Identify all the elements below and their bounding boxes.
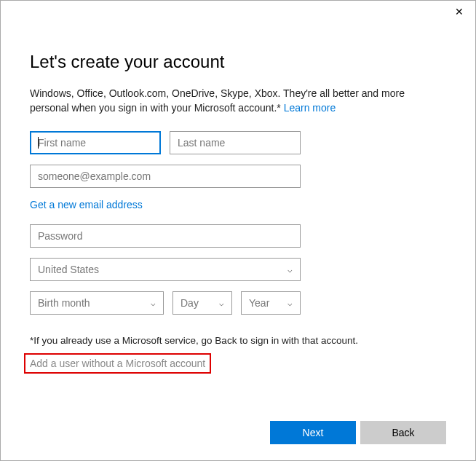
content-area: Let's create your account Windows, Offic… bbox=[1, 23, 475, 374]
last-name-input[interactable]: Last name bbox=[170, 131, 301, 154]
birth-day-select[interactable]: Day ⌵ bbox=[172, 291, 232, 315]
close-button[interactable]: ✕ bbox=[443, 1, 475, 23]
chevron-down-icon: ⌵ bbox=[219, 299, 224, 308]
day-placeholder: Day bbox=[181, 297, 199, 309]
next-button[interactable]: Next bbox=[270, 421, 356, 444]
chevron-down-icon: ⌵ bbox=[287, 265, 293, 275]
new-email-link[interactable]: Get a new email address bbox=[30, 199, 143, 210]
birth-month-select[interactable]: Birth month ⌵ bbox=[30, 291, 164, 315]
close-icon: ✕ bbox=[455, 6, 464, 17]
dob-row: Birth month ⌵ Day ⌵ Year ⌵ bbox=[30, 291, 446, 315]
alt-link-highlight: Add a user without a Microsoft account bbox=[24, 353, 211, 374]
password-input[interactable]: Password bbox=[30, 224, 301, 248]
email-row: someone@example.com bbox=[30, 165, 446, 188]
new-email-row: Get a new email address bbox=[30, 198, 446, 211]
password-row: Password bbox=[30, 224, 446, 248]
birth-month-placeholder: Birth month bbox=[38, 297, 90, 309]
description-text: Windows, Office, Outlook.com, OneDrive, … bbox=[30, 87, 405, 114]
add-user-without-account-link[interactable]: Add a user without a Microsoft account bbox=[30, 358, 205, 369]
button-bar: Next Back bbox=[270, 421, 446, 444]
year-placeholder: Year bbox=[249, 297, 269, 309]
learn-more-link[interactable]: Learn more bbox=[284, 102, 336, 114]
country-value: United States bbox=[38, 264, 99, 275]
birth-year-select[interactable]: Year ⌵ bbox=[241, 291, 301, 315]
country-select[interactable]: United States ⌵ bbox=[30, 258, 301, 281]
password-placeholder: Password bbox=[38, 230, 82, 242]
email-input[interactable]: someone@example.com bbox=[30, 165, 301, 188]
dialog-window: ✕ Let's create your account Windows, Off… bbox=[0, 0, 476, 461]
first-name-placeholder: First name bbox=[38, 137, 86, 149]
chevron-down-icon: ⌵ bbox=[287, 299, 293, 308]
first-name-input[interactable]: First name bbox=[30, 131, 161, 154]
description: Windows, Office, Outlook.com, OneDrive, … bbox=[30, 87, 446, 115]
email-placeholder: someone@example.com bbox=[38, 170, 151, 182]
titlebar: ✕ bbox=[1, 1, 475, 23]
chevron-down-icon: ⌵ bbox=[151, 299, 156, 308]
footnote: *If you already use a Microsoft service,… bbox=[30, 335, 446, 346]
page-title: Let's create your account bbox=[30, 52, 446, 72]
country-row: United States ⌵ bbox=[30, 258, 446, 281]
name-row: First name Last name bbox=[30, 131, 446, 154]
back-button[interactable]: Back bbox=[360, 421, 446, 444]
last-name-placeholder: Last name bbox=[178, 137, 225, 149]
